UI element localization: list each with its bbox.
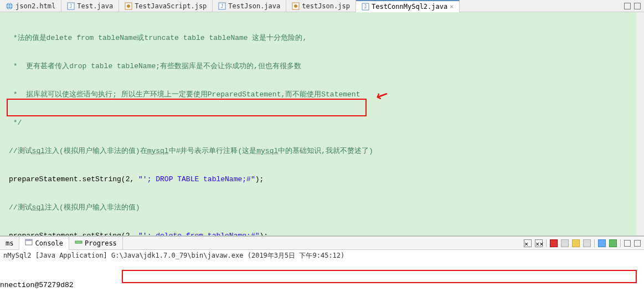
code-text: *法的值是delete from tableName或truncate tabl… <box>9 34 307 42</box>
code-text: ); <box>255 175 264 183</box>
jsp-file-icon <box>125 2 132 10</box>
svg-text:J: J <box>221 4 224 9</box>
console-tabbar: ms Console Progress ✕ ✕✕ <box>0 237 644 250</box>
display-selected-console-icon[interactable] <box>598 239 606 247</box>
terminate-icon[interactable] <box>550 239 558 247</box>
java-file-icon: J <box>362 3 369 11</box>
code-text: */ <box>9 119 22 127</box>
tabbar-right-icons <box>624 3 644 9</box>
tab-label: Test.java <box>77 2 113 10</box>
tab-label: Progress <box>85 239 117 247</box>
progress-icon <box>75 238 83 248</box>
svg-text:J: J <box>364 4 367 9</box>
pin-console-icon[interactable] <box>583 239 591 247</box>
tab-ms[interactable]: ms <box>0 237 19 250</box>
open-console-icon[interactable] <box>609 239 617 247</box>
gutter-marker[interactable] <box>640 16 643 18</box>
scroll-lock-icon[interactable] <box>572 239 580 247</box>
tab-label: Console <box>35 239 63 247</box>
tab-json2-html[interactable]: json2.html <box>0 0 61 12</box>
tab-test-java[interactable]: J Test.java <box>61 0 119 12</box>
gutter-marker[interactable] <box>640 22 643 24</box>
svg-point-4 <box>127 4 130 8</box>
restore-icon[interactable] <box>624 3 631 9</box>
console-toolbar: ✕ ✕✕ <box>524 239 644 247</box>
java-file-icon: J <box>67 2 75 10</box>
tab-label: testJson.jsp <box>302 2 350 10</box>
code-text: prepareStatement.setString(2, <box>9 232 138 236</box>
remove-launch-icon[interactable]: ✕ <box>524 239 532 247</box>
maximize-icon[interactable] <box>634 3 641 9</box>
code-text: * 更有甚者传入drop table tableName;有些数据库是不会让你成… <box>9 62 301 70</box>
code-text: //测试 <box>9 147 32 155</box>
gutter-marker[interactable] <box>640 40 643 42</box>
tab-testjson-jsp[interactable]: testJson.jsp <box>286 0 356 12</box>
tab-progress[interactable]: Progress <box>69 237 123 250</box>
code-text: 注入(模拟用户输入非法的值)在 <box>45 147 147 155</box>
svg-text:J: J <box>70 4 73 9</box>
code-text: "'; DROP TABLE tableName;#" <box>138 175 255 183</box>
tab-label: TestJson.java <box>228 2 280 10</box>
svg-point-8 <box>294 4 297 8</box>
tab-label: TestConnMySql2.java <box>372 3 447 11</box>
annotation-highlight-box <box>7 99 367 116</box>
code-text: //测试 <box>9 203 32 212</box>
editor-pane: *法的值是delete from tableName或truncate tabl… <box>0 12 644 237</box>
code-editor[interactable]: *法的值是delete from tableName或truncate tabl… <box>0 12 644 236</box>
code-text: * 据库就可以使这些语句执行; 所以生产环境上一定要使用PreparedStat… <box>9 90 360 99</box>
code-text: 中#井号表示单行注释(这是 <box>169 147 257 155</box>
editor-tabbar: json2.html J Test.java TestJavaScript.js… <box>0 0 644 12</box>
code-text: mysql <box>256 147 278 155</box>
separator <box>594 239 595 247</box>
remove-all-launches-icon[interactable]: ✕✕ <box>535 239 543 247</box>
java-file-icon: J <box>218 2 226 10</box>
tab-testjavascript-jsp[interactable]: TestJavaScript.jsp <box>119 0 213 12</box>
console-icon <box>25 238 33 248</box>
separator <box>546 239 547 247</box>
code-text: ); <box>259 232 268 236</box>
console-output[interactable]: nnection@57279d82 redStatement@3e9b69e6:… <box>0 262 644 307</box>
tab-label: TestJavaScript.jsp <box>135 2 207 10</box>
svg-rect-12 <box>25 239 32 241</box>
tab-label: ms <box>6 239 13 247</box>
code-text: sql <box>32 203 45 212</box>
minimize-icon[interactable] <box>624 240 631 247</box>
jsp-file-icon <box>292 2 300 10</box>
code-text: mysql <box>147 147 169 155</box>
overview-ruler[interactable] <box>636 12 644 236</box>
clear-console-icon[interactable] <box>561 239 569 247</box>
maximize-icon[interactable] <box>634 240 641 247</box>
close-tab-icon[interactable]: ✕ <box>450 3 454 10</box>
console-line: nnection@57279d82 <box>0 280 641 290</box>
console-pane: ms Console Progress ✕ ✕✕ <box>0 237 644 307</box>
code-text: "'; delete from tableName;#" <box>138 232 259 236</box>
tab-testjson-java[interactable]: J TestJson.java <box>213 0 286 12</box>
web-file-icon <box>6 2 13 10</box>
code-text: 注入(模拟用户输入非法的值) <box>45 203 140 212</box>
code-text: prepareStatement.setString(2, <box>9 175 138 183</box>
code-text: sql <box>32 147 45 155</box>
tab-testconnmysql2-java[interactable]: J TestConnMySql2.java ✕ <box>356 0 460 12</box>
console-launch-info: nMySql2 [Java Application] G:\Java\jdk1.… <box>0 250 644 262</box>
separator <box>620 239 621 247</box>
tab-console[interactable]: Console <box>19 237 69 250</box>
svg-rect-13 <box>75 241 82 243</box>
tab-label: json2.html <box>16 2 55 10</box>
code-text: 中的基础知识,我就不赘述了) <box>278 147 373 155</box>
